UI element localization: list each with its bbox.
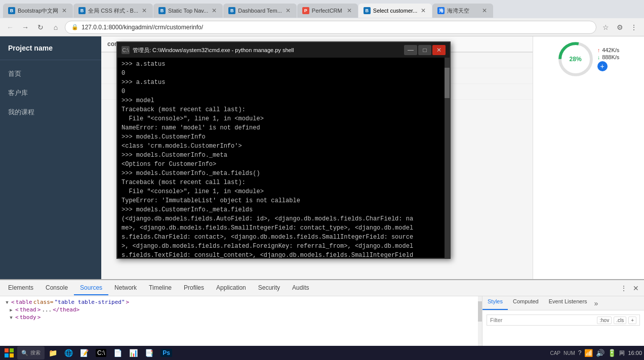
cmd-restore-button[interactable]: □ [418,45,431,55]
taskbar-photoshop[interactable]: Ps [157,346,175,359]
tab-favicon-3: B [158,7,166,14]
menu-button[interactable]: ⋮ [628,21,640,33]
devtools-tab-network[interactable]: Network [108,281,143,295]
filter-tag-plus[interactable]: + [628,317,636,324]
tab-bootstrap[interactable]: B Bootstrap中文网 ✕ [3,4,73,18]
cmd-minimize-button[interactable]: — [404,45,417,55]
tab-close-5[interactable]: ✕ [346,6,353,15]
devtools-tabs: Elements Console Sources Network Timelin… [0,280,644,296]
tab-close-2[interactable]: ✕ [141,6,148,15]
tab-close-4[interactable]: ✕ [285,6,292,15]
devtools-right-tab-computed-label: Computed [513,298,539,304]
tab-close-3[interactable]: ✕ [211,6,218,15]
cmd-line-15: File "<console>", line 1, in <module> [122,187,446,196]
sidebar-item-courses[interactable]: 我的课程 [0,103,101,122]
cmd-scrollbar[interactable] [445,58,450,258]
devtools-close-button[interactable]: ✕ [630,282,642,294]
devtools-tab-sources[interactable]: Sources [74,281,108,295]
devtools-tab-audits[interactable]: Audits [286,281,315,295]
devtools-el-tbody[interactable]: ▼ <tbody> [0,313,482,321]
svg-rect-4 [5,353,9,357]
network-add-button[interactable]: + [597,61,608,71]
tab-css[interactable]: B 全局 CSS 样式 - B... ✕ [73,4,153,18]
devtools-tab-sources-label: Sources [80,284,102,291]
devtools-el-table[interactable]: ▼ <table class="table table-striped"> [0,298,482,306]
cmd-line-21: >, <django.db.models.fields.related.Fore… [122,242,446,251]
devtools-tab-elements[interactable]: Elements [2,281,39,295]
start-button[interactable] [2,346,16,360]
el-triangle-thead[interactable]: ▶ [8,307,14,313]
devtools-right-tab-computed[interactable]: Computed [508,296,544,310]
devtools-tab-console[interactable]: Console [39,281,74,295]
devtools-right-tab-event-listeners[interactable]: Event Listeners [544,296,592,310]
tab-close-6[interactable]: ✕ [420,6,427,15]
taskbar-network-icon[interactable]: 📶 [584,349,593,357]
cmd-line-2: 0 [122,69,446,78]
devtools-tab-application[interactable]: Application [210,281,252,295]
cmd-line-22: s.fields.TextField: consult_content>, <d… [122,251,446,258]
settings-button[interactable]: ⚙ [614,21,626,33]
el-tag-table-close: > [126,299,130,305]
taskbar-ppt[interactable]: 📑 [142,346,156,359]
taskbar-excel[interactable]: 📊 [126,346,141,359]
taskbar-volume-icon[interactable]: 🔊 [596,349,605,357]
taskbar-time: 16:00 [628,350,642,356]
tab-close-1[interactable]: ✕ [61,6,68,15]
tab-favicon-1: B [8,7,15,14]
devtools-tab-security[interactable]: Security [252,281,286,295]
taskbar-cmd[interactable]: C:\ [93,346,109,359]
cmd-scrollbar-thumb[interactable] [445,68,450,98]
devtools-elements-scroll-thumb[interactable] [478,301,482,322]
devtools-tab-timeline[interactable]: Timeline [143,281,178,295]
devtools-right-tab-styles[interactable]: Styles [482,296,508,310]
download-value: 888K/s [602,54,619,60]
tab-label-7: 海湾天空 [447,7,478,15]
tab-haiwan[interactable]: 海 海湾天空 ✕ [432,4,493,18]
devtools-more-button[interactable]: ⋮ [618,282,630,294]
taskbar-word[interactable]: 📄 [110,346,125,359]
cmd-line-18: (<django.db.models.fields.AutoField: id>… [122,214,446,223]
filter-tag-cls[interactable]: .cls [614,317,626,324]
tab-close-7[interactable]: ✕ [481,6,488,15]
sidebar-header: Project name [0,36,101,60]
el-tag-table-open: < [11,299,15,305]
sidebar-item-customers[interactable]: 客户库 [0,83,101,103]
devtools-right-tab-expand[interactable]: » [592,296,600,310]
el-triangle-tbody[interactable]: ▼ [8,314,14,321]
devtools-tab-profiles[interactable]: Profiles [178,281,210,295]
cmd-line-20: s.fields.CharField: contact>, <django.db… [122,233,446,242]
taskbar-help-icon[interactable]: ? [578,349,582,356]
taskbar-file-explorer[interactable]: 📁 [46,346,60,359]
taskbar-battery-icon[interactable]: 🔋 [608,349,616,357]
taskbar: 🔍 搜索 📁 🌐 📝 C:\ 📄 📊 📑 Ps CAP NUM ? 📶 🔊 🔋 … [0,346,644,360]
devtools-right-tab-event-label: Event Listeners [549,298,587,304]
el-triangle-table[interactable]: ▼ [4,299,10,305]
tab-bar: B Bootstrap中文网 ✕ B 全局 CSS 样式 - B... ✕ B … [0,0,644,18]
back-button[interactable]: ← [4,21,16,33]
cmd-title-text: 管理员: C:\Windows\system32\cmd.exe - pytho… [133,47,401,54]
reload-button[interactable]: ↻ [34,21,47,33]
tab-label-2: 全局 CSS 样式 - B... [88,7,138,15]
cmd-window[interactable]: C:\ 管理员: C:\Windows\system32\cmd.exe - p… [116,41,451,259]
taskbar-notepad[interactable]: 📝 [77,346,92,359]
taskbar-browser[interactable]: 🌐 [61,346,76,359]
tab-dashboard[interactable]: B Dashboard Tem... ✕ [223,4,297,18]
cmd-line-5: >>> model [122,96,446,105]
tab-select-customer[interactable]: B Select customer... ✕ [358,4,432,18]
tab-static[interactable]: B Static Top Nav... ✕ [153,4,223,18]
bookmark-star-button[interactable]: ☆ [599,21,612,33]
forward-button[interactable]: → [19,21,31,33]
cmd-close-button[interactable]: ✕ [432,45,446,55]
tab-perfectcrm[interactable]: P PerfectCRM ✕ [297,4,358,18]
cmd-body[interactable]: >>> a.status 0 >>> a.status 0 >>> model … [117,58,450,258]
url-bar[interactable]: 🔒 127.0.0.1:8000/kingadmin//crm/customer… [65,21,596,34]
home-button[interactable]: ⌂ [50,21,62,33]
taskbar-search[interactable]: 🔍 搜索 [17,346,45,359]
upload-stat: ↑ 442K/s [597,47,620,53]
filter-tag-hov[interactable]: :hov [597,317,612,324]
sidebar-item-home[interactable]: 首页 [0,64,101,83]
sidebar-nav: 首页 客户库 我的课程 [0,60,101,126]
filter-input[interactable] [490,317,595,323]
devtools-el-thead[interactable]: ▶ <thead>...</thead> [0,306,482,313]
devtools-tab-console-label: Console [46,284,68,291]
